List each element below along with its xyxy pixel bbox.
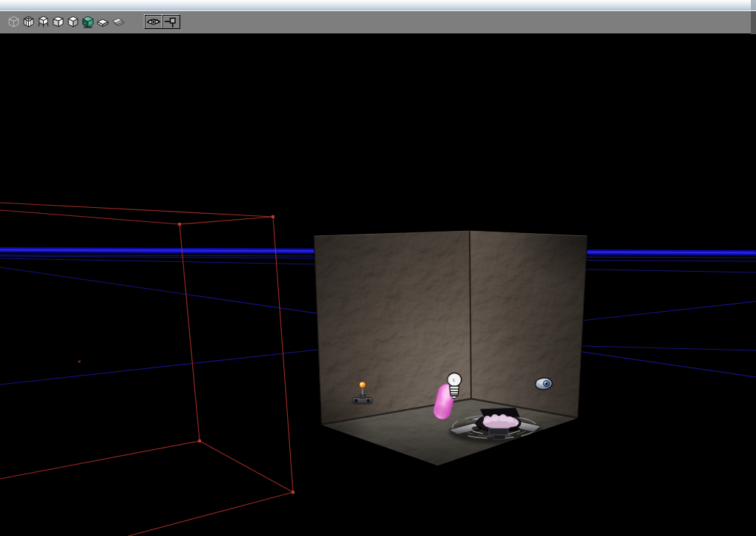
toolbar-button-stacked-planes[interactable] [110,15,125,29]
toolbar-button-eye-view[interactable] [145,15,162,29]
toolbar-button-cube-with-legs[interactable] [36,15,50,29]
cube-with-legs-icon [36,15,50,29]
window-edge [751,11,756,34]
wireframe-vertex-handle[interactable] [272,215,275,218]
toolbar-button-cube-tilted[interactable] [50,15,65,29]
toolbar-button-wireframe-cube[interactable] [6,15,21,29]
point-marker[interactable] [79,361,81,363]
pin-marker-icon [163,16,180,28]
wireframe-cube-icon [7,15,21,29]
toolbar [0,10,756,33]
wireframe-vertex-handle[interactable] [292,491,295,494]
3d-viewport[interactable] [0,0,756,536]
window-edge [751,0,756,10]
toolbar-button-pin-marker[interactable] [162,15,180,29]
wireframe-vertex-handle[interactable] [198,439,201,442]
eye-view-icon [145,16,162,28]
toolbar-button-flat-box[interactable] [95,15,110,29]
wireframe-vertex-handle[interactable] [178,223,181,226]
title-bar[interactable] [0,0,756,10]
cube-tilted-icon [51,15,65,29]
toolbar-button-sliced-cube[interactable] [21,15,36,29]
textured-green-cube-icon [81,15,95,29]
toolbar-separator [125,15,145,16]
toolbar-button-textured-green-cube[interactable] [80,15,95,29]
sliced-cube-icon [22,15,36,29]
cube-icon [66,15,80,29]
editor-window [0,0,756,536]
toolbar-button-cube[interactable] [65,15,80,29]
stacked-planes-icon [111,15,125,29]
flat-box-icon [96,15,110,29]
